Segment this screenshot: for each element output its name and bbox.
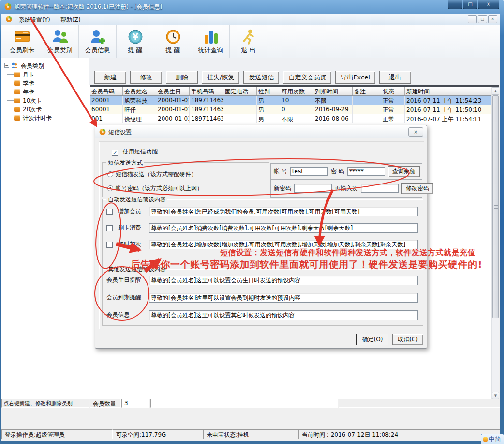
toolbar-reminder[interactable]: 提 醒 [154, 25, 192, 58]
menu-help[interactable]: 帮助(Z) [59, 15, 83, 25]
cell: 正常 [381, 96, 405, 105]
change-password-button[interactable]: 修改密码 [401, 183, 433, 194]
preset-expiry-input[interactable] [149, 293, 418, 303]
password-input[interactable] [347, 167, 385, 176]
loss-restore-button[interactable]: 挂失/恢复 [202, 71, 239, 84]
new-button[interactable]: 新建 [94, 71, 126, 84]
mdi-close-button[interactable]: × [488, 15, 497, 23]
send-method-group-label: 短信发送方式 [106, 159, 144, 167]
toolbar-member-info[interactable]: 会员信息 [79, 25, 117, 58]
cancel-button[interactable]: 取消(C) [392, 334, 423, 345]
tree-item-label: 季卡 [23, 80, 34, 87]
clock-icon [164, 29, 182, 45]
cell: 不限 [313, 96, 353, 105]
checkbox-unchecked-icon[interactable] [106, 242, 113, 248]
preset-card-consume-input[interactable] [149, 223, 418, 233]
other-sms-group: 其他发送短信预设内容 会员生日提醒 会员到期提醒 会员信息 [102, 269, 423, 326]
other-sms-group-label: 其他发送短信预设内容 [106, 265, 167, 274]
window-title: 旭荣管理软件--版本:记次版 2016.1(已注册) - [会员信息] [15, 3, 162, 11]
toolbar-member-card[interactable]: 会员刷卡 [3, 25, 41, 58]
delete-button[interactable]: 删除 [166, 71, 198, 84]
preset-member-info-input[interactable] [149, 310, 418, 320]
ime-indicator[interactable]: 中简 [481, 434, 504, 444]
preset-add-member: 增加会员 [106, 207, 141, 217]
scroll-down-icon[interactable]: ▼ [492, 392, 499, 399]
password-label: 密 码 [331, 168, 344, 176]
send-sms-button[interactable]: 发送短信 [243, 71, 279, 84]
enable-sms-checkbox[interactable]: ✓ 使用短信功能 [112, 148, 158, 156]
scrollbar-thumb[interactable] [492, 95, 499, 318]
tree-root-member-types[interactable]: − 会员类别 [1, 61, 89, 70]
preset-add-member-input[interactable] [149, 207, 418, 216]
ime-label: 中简 [489, 436, 501, 443]
table-row[interactable]: 001 徐经理 2000-01-01 18971146361 男 不限 2016… [90, 114, 491, 123]
card-icon [14, 107, 20, 112]
mdi-restore-button[interactable]: □ [478, 15, 487, 23]
new-password-label: 新密码 [274, 184, 291, 193]
radio-account-password[interactable]: 帐号密码（该方式必须可以上网） [107, 184, 203, 193]
tree-item-20-times-card[interactable]: 20次卡 [1, 105, 89, 113]
close-button[interactable]: × [478, 0, 499, 9]
member-types-icon [51, 29, 69, 45]
toolbar-member-types[interactable]: 会员类别 [41, 25, 79, 58]
cell: 20001 [90, 96, 123, 105]
member-add-icon [89, 29, 106, 45]
radio-sms-modem[interactable]: 短信猫发送（该方式需配硬件） [107, 170, 197, 179]
radio-icon[interactable] [107, 171, 113, 177]
exit-icon [240, 29, 257, 45]
preset-birthday-input[interactable] [149, 276, 418, 285]
cell: 旭荣科技 [123, 96, 156, 105]
cell: 徐经理 [123, 114, 156, 123]
checkbox-unchecked-icon[interactable] [106, 209, 113, 215]
toolbar-label: 提 醒 [165, 46, 180, 55]
exit-list-button[interactable]: 退出 [379, 71, 411, 84]
cell [223, 105, 257, 114]
col-available-times: 可用次数 [280, 87, 313, 95]
mdi-minimize-button[interactable]: ─ [468, 15, 477, 23]
ok-button[interactable]: 确定(O) [356, 334, 388, 345]
cell: 2016-07-11 上午 11:50:10 [405, 105, 491, 114]
bar-chart-icon [202, 29, 220, 45]
menu-logo-icon [5, 15, 13, 23]
scroll-up-icon[interactable]: ▲ [492, 87, 499, 95]
toolbar-exit[interactable]: 退 出 [230, 25, 267, 58]
member-count-value: 3 [121, 399, 149, 408]
confirm-password-label: 再输入次 [335, 184, 358, 193]
table-row[interactable]: 60001 旺仔 2000-01-01 18971146361 男 0 2016… [90, 105, 491, 114]
tree-item-10-times-card[interactable]: 10次卡 [1, 96, 89, 105]
minimize-button[interactable]: ─ [448, 0, 462, 9]
status-bar: 登录操作员:超级管理员 可录空间:117.79G 来电宝状态:挂机 当前时间 :… [1, 429, 500, 440]
title-bar: 旭荣管理软件--版本:记次版 2016.1(已注册) - [会员信息] ─ □ … [0, 0, 504, 14]
tree-item-month-card[interactable]: 月卡 [1, 70, 89, 78]
custom-member-fields-button[interactable]: 自定义会员资 [283, 71, 331, 84]
member-count-label: 会员数量 [90, 399, 121, 408]
confirm-password-input[interactable] [361, 184, 399, 193]
radio-label: 帐号密码（该方式必须可以上网） [116, 185, 203, 192]
col-created: 新建时间 [405, 87, 491, 95]
tree-collapse-icon[interactable]: − [4, 63, 9, 68]
toolbar-add-time[interactable]: ¥ 提 醒 [117, 25, 154, 58]
preset-add-time-input[interactable] [149, 240, 418, 249]
account-input[interactable] [290, 167, 328, 176]
tree-item-count-time-card[interactable]: 计次计时卡 [1, 113, 89, 122]
checkbox-checked-icon[interactable]: ✓ [112, 150, 118, 156]
account-row: 帐 号 密 码 查询余额 [270, 163, 422, 180]
toolbar-label: 会员信息 [85, 46, 110, 55]
modify-button[interactable]: 修改 [130, 71, 162, 84]
export-excel-button[interactable]: 导出Excel [335, 71, 375, 84]
member-table: 会员号码 会员姓名 会员生日 手机号码 固定电话 性别 可用次数 到期时间 备注… [90, 87, 491, 123]
members-group-icon [11, 62, 18, 68]
table-scrollbar: ▲ ▼ [491, 87, 499, 399]
toolbar-statistics[interactable]: 统计查询 [192, 25, 230, 58]
table-row[interactable]: 20001 旭荣科技 2000-01-01 18971146371 男 10 不… [90, 96, 491, 105]
footer-empty-box [150, 399, 338, 408]
radio-selected-icon[interactable] [107, 185, 113, 191]
new-password-input[interactable] [294, 184, 332, 193]
tree-item-season-card[interactable]: 季卡 [1, 78, 89, 87]
menu-system-settings[interactable]: 系统设置(Y) [17, 15, 52, 25]
maximize-button[interactable]: □ [463, 0, 477, 9]
query-balance-button[interactable]: 查询余额 [388, 166, 420, 177]
checkbox-unchecked-icon[interactable] [106, 225, 113, 231]
dialog-close-icon[interactable]: × [408, 127, 423, 137]
tree-item-year-card[interactable]: 年卡 [1, 87, 89, 96]
